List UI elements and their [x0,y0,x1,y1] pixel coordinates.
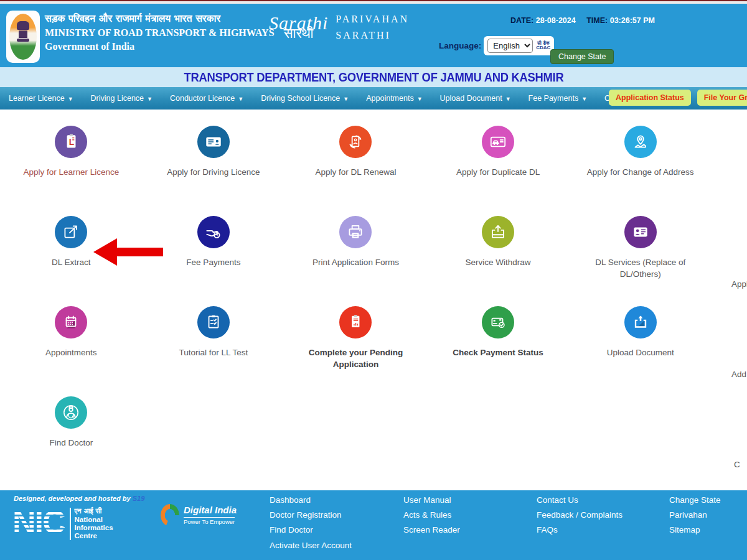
datetime-bar: DATE: 28-08-2024 TIME: 03:26:57 PM [510,16,664,25]
service-label[interactable]: Appointments [45,347,97,359]
service-label[interactable]: Find Doctor [49,437,93,449]
service-label[interactable]: Tutorial for LL Test [179,347,248,359]
file-your-grievance-button[interactable]: File Your Grievance [697,90,747,106]
pending-doc-icon[interactable] [339,306,372,338]
chevron-down-icon: ▼ [505,96,511,102]
partial-tile-label[interactable]: C [734,460,740,469]
footer-link-feedback-complaints[interactable]: Feedback / Complaints [537,510,669,520]
service-label[interactable]: Service Withdraw [466,257,531,269]
department-title-bar: TRANSPORT DEPARTMENT, GOVERNMENT OF JAMM… [0,67,747,87]
digital-india-logo: Digital India Power To Empower [161,504,237,526]
footer-link-faqs[interactable]: FAQs [537,525,669,535]
chevron-down-icon: ▼ [417,96,423,102]
service-tile-apply-for-duplicate-dl: Apply for Duplicate DL [427,126,570,216]
chevron-down-icon: ▼ [238,96,243,102]
footer-link-acts-rules[interactable]: Acts & Rules [403,510,537,520]
service-label[interactable]: Upload Document [607,347,674,359]
footer-links: DashboardDoctor RegistrationFind DoctorA… [270,495,744,551]
ministry-block: सड़क परिवहन और राजमार्ग मंत्रालय भारत सर… [45,12,275,53]
footer-link-activate-user-account[interactable]: Activate User Account [270,541,403,551]
doctor-icon[interactable] [55,396,87,429]
card-car-icon[interactable] [482,126,514,158]
service-label[interactable]: Complete your Pending Application [299,347,411,371]
doc-renew-icon[interactable] [339,126,372,158]
svg-text:₹: ₹ [216,233,218,238]
service-label[interactable]: DL Extract [52,257,91,269]
service-label[interactable]: Print Application Forms [312,257,399,269]
service-tile-service-withdraw: Service Withdraw [427,216,570,306]
service-tile-upload-document: Upload Document [569,306,712,396]
services-grid: L Apply for Learner Licence Apply for Dr… [0,126,747,487]
partial-tile-label[interactable]: Appl [731,279,747,289]
service-tile-apply-for-driving-licence: Apply for Driving Licence [143,126,285,216]
site-footer: Designed, developed and hosted by S19 NI… [0,490,747,560]
nic-letters: NIC [12,508,65,537]
designed-by-link[interactable]: S19 [133,495,145,502]
footer-link-contact-us[interactable]: Contact Us [537,495,669,505]
nav-item-upload-document[interactable]: Upload Document▼ [440,94,511,103]
service-label[interactable]: Apply for DL Renewal [315,167,396,179]
language-box: English सी डैक CDAC [484,36,554,55]
service-label[interactable]: Apply for Duplicate DL [456,167,540,179]
partial-tile-label[interactable]: Add [731,370,746,379]
service-label[interactable]: Fee Payments [186,257,240,269]
service-tile-find-doctor: Find Doctor [0,396,143,487]
chevron-down-icon: ▼ [581,96,587,102]
sarathi-script-mark: Sarathi सारथी [269,15,328,40]
service-tile-print-application-forms: Print Application Forms [284,216,427,306]
checklist-icon[interactable] [197,306,230,338]
nav-item-conductor-licence[interactable]: Conductor Licence▼ [170,94,243,103]
service-tile-complete-your-pending-application: Complete your Pending Application [284,306,427,396]
nav-item-fee-payments[interactable]: Fee Payments▼ [529,94,588,103]
clipboard-l-icon[interactable]: L [55,126,87,158]
svg-text:L: L [69,137,75,147]
calendar-icon[interactable] [55,306,87,338]
nav-item-driving-school-licence[interactable]: Driving School Licence▼ [261,94,349,103]
footer-link-doctor-registration[interactable]: Doctor Registration [270,510,403,520]
chevron-down-icon: ▼ [147,96,153,102]
printer-icon[interactable] [339,216,372,248]
nav-item-driving-licence[interactable]: Driving Licence▼ [91,94,153,103]
cdac-logo: सी डैक CDAC [536,41,550,51]
footer-link-sitemap[interactable]: Sitemap [669,525,744,535]
service-label[interactable]: Apply for Learner Licence [23,167,119,179]
service-tile-apply-for-dl-renewal: Apply for DL Renewal [284,126,427,216]
map-pin-icon[interactable] [624,126,657,158]
service-tile-apply-for-change-of-address: Apply for Change of Address [569,126,712,216]
department-title: TRANSPORT DEPARTMENT, GOVERNMENT OF JAMM… [184,70,563,85]
footer-link-change-state[interactable]: Change State [669,495,744,505]
hand-coin-icon[interactable]: ₹ [197,216,230,248]
service-label[interactable]: Check Payment Status [453,347,543,359]
service-tile-tutorial-for-ll-test: Tutorial for LL Test [143,306,285,396]
application-status-button[interactable]: Application Status [609,90,691,106]
footer-link-screen-reader[interactable]: Screen Reader [403,525,537,535]
footer-link-user-manual[interactable]: User Manual [403,495,537,505]
id-card-icon[interactable] [197,126,230,158]
change-state-button[interactable]: Change State [550,49,614,64]
sarathi-logo: Sarathi सारथी PARIVAHAN SARATHI [269,11,409,43]
digital-india-swoosh-icon [161,504,179,526]
upload-box-icon[interactable] [624,306,657,338]
upload-tray-icon[interactable] [482,216,514,248]
footer-link-parivahan[interactable]: Parivahan [669,510,744,520]
nic-text: एन आई सी National Informatics Centre [70,508,113,540]
government-of-india-label: Government of India [45,40,275,53]
ashoka-lion-icon [17,21,29,42]
id-card-fill-icon[interactable] [624,216,657,248]
export-icon[interactable] [55,216,87,248]
time-value: 03:26:57 PM [610,16,655,25]
parivahan-sarathi-wordmark: PARIVAHAN SARATHI [336,11,409,43]
service-label[interactable]: Apply for Change of Address [587,167,694,179]
card-check-icon[interactable] [482,306,514,338]
service-label[interactable]: Apply for Driving Licence [167,167,260,179]
digital-india-title: Digital India [184,505,237,515]
service-label[interactable]: DL Services (Replace of DL/Others) [585,257,697,281]
footer-link-find-doctor[interactable]: Find Doctor [270,525,403,535]
india-emblem-logo [6,11,40,63]
service-tile-apply-for-learner-licence: L Apply for Learner Licence [0,126,143,216]
language-select[interactable]: English [487,39,533,53]
ministry-title-english: MINISTRY OF ROAD TRANSPORT & HIGHWAYS [45,27,275,39]
nav-item-appointments[interactable]: Appointments▼ [366,94,422,103]
footer-link-dashboard[interactable]: Dashboard [270,495,403,505]
nav-item-learner-licence[interactable]: Learner Licence▼ [9,94,73,103]
